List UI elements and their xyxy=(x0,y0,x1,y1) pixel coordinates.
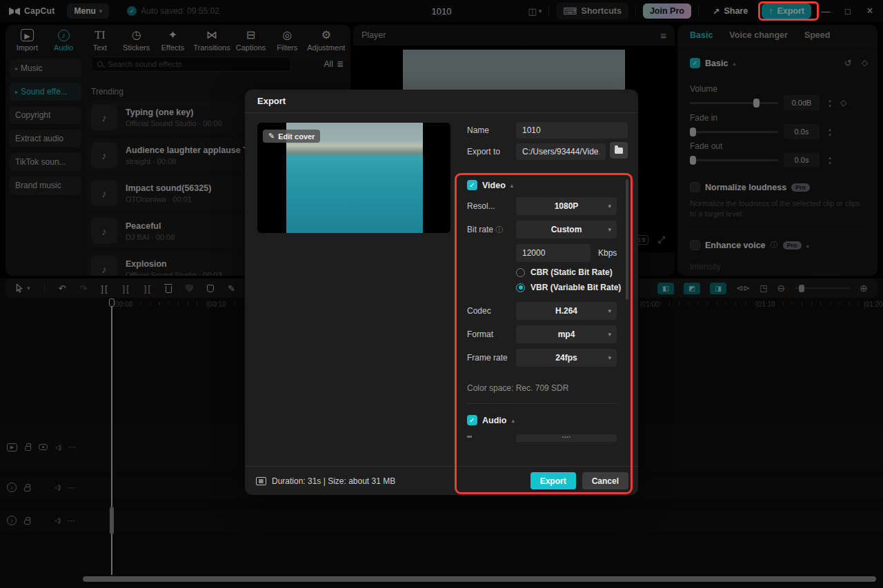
export-cover-preview: ✎ Edit cover xyxy=(257,123,450,233)
browse-folder-button[interactable] xyxy=(610,142,628,159)
edit-cover-label: Edit cover xyxy=(278,132,315,141)
name-input[interactable] xyxy=(516,122,628,139)
folder-icon xyxy=(615,148,623,154)
capcut-window: CapCut Menu ▾ ✓ Auto saved: 09:55:02 101… xyxy=(0,0,883,588)
export-dialog-title: Export xyxy=(245,90,638,113)
export-to-input[interactable] xyxy=(516,143,606,160)
annotation-video-settings xyxy=(455,173,633,494)
pencil-icon: ✎ xyxy=(268,132,275,141)
name-label: Name xyxy=(467,125,489,135)
annotation-export-button xyxy=(758,1,819,21)
edit-cover-button[interactable]: ✎ Edit cover xyxy=(263,130,320,143)
film-icon: ▦ xyxy=(256,477,266,485)
export-info: Duration: 31s | Size: about 31 MB xyxy=(272,476,395,486)
export-to-label: Export to xyxy=(467,147,500,156)
